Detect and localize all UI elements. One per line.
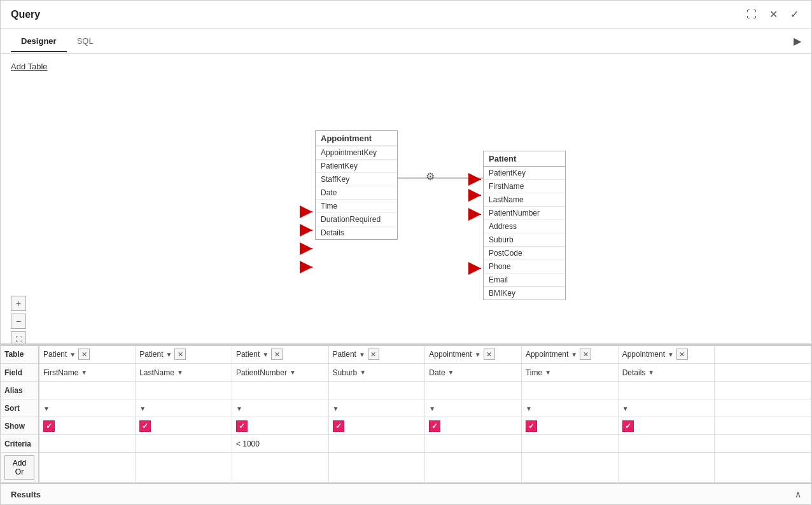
patient-table: Patient PatientKey FirstName LastName Pa… (483, 151, 566, 300)
add-table-button[interactable]: Add Table (11, 62, 48, 71)
col-1-field-dropdown[interactable]: ▼ (81, 369, 87, 376)
col-4-sort-dropdown[interactable]: ▼ (333, 405, 339, 412)
col-1-table-dropdown[interactable]: ▼ (69, 351, 76, 358)
col-1-sort-dropdown[interactable]: ▼ (43, 405, 50, 412)
col-5-table-dropdown[interactable]: ▼ (475, 351, 481, 358)
patient-row-firstname: FirstName (484, 180, 565, 193)
patient-row-postcode: PostCode (484, 247, 565, 260)
col-2-sort-dropdown[interactable]: ▼ (139, 405, 146, 412)
results-collapse-icon[interactable]: ∧ (795, 489, 801, 499)
col-4-field: Suburb ▼ (328, 364, 425, 382)
confirm-icon[interactable]: ✓ (788, 7, 801, 22)
col-1-remove-button[interactable]: ✕ (78, 349, 90, 360)
tabs-bar: Designer SQL ▶ (1, 29, 811, 54)
col-7-show-checkbox[interactable] (622, 420, 634, 432)
col-5-field: Date ▼ (425, 364, 522, 382)
close-icon[interactable]: ✕ (767, 7, 780, 22)
col-6-table-dropdown[interactable]: ▼ (571, 351, 577, 358)
results-bar[interactable]: Results ∧ (1, 483, 811, 504)
col-3-table: Patient ▼ ✕ (232, 346, 328, 364)
zoom-in-button[interactable]: + (11, 296, 26, 311)
col-7-table-dropdown[interactable]: ▼ (668, 351, 674, 358)
table-row-label: Table (1, 346, 39, 364)
fullscreen-icon[interactable]: ⛶ (744, 8, 759, 22)
tab-group: Designer SQL (11, 31, 104, 51)
patient-row-lastname: LastName (484, 193, 565, 207)
query-window: Query ⛶ ✕ ✓ Designer SQL ▶ (0, 0, 812, 505)
col-5-remove-button[interactable]: ✕ (484, 349, 495, 360)
col-3-show-checkbox[interactable] (236, 420, 248, 432)
col-6-field: Time ▼ (521, 364, 618, 382)
patient-row-address: Address (484, 220, 565, 233)
col-1-show-checkbox[interactable] (43, 420, 55, 432)
criteria-row: Criteria < 1000 (1, 435, 811, 453)
patient-table-header: Patient (484, 151, 565, 167)
query-grid: Table Patient ▼ ✕ Patient ▼ ✕ (1, 346, 811, 483)
results-label: Results (11, 490, 41, 499)
col-3-field: PatientNumber ▼ (232, 364, 328, 382)
col-4-field-dropdown[interactable]: ▼ (360, 369, 366, 376)
tab-designer[interactable]: Designer (11, 31, 67, 52)
alias-row-label: Alias (1, 382, 39, 399)
col-1-table-select: Patient ▼ ✕ (43, 349, 131, 360)
col-7-field-dropdown[interactable]: ▼ (648, 369, 654, 376)
col-3-table-dropdown[interactable]: ▼ (262, 351, 269, 358)
sort-row: Sort ▼ ▼ ▼ ▼ ▼ (1, 399, 811, 417)
run-button[interactable]: ▶ (794, 35, 801, 47)
col-2-field-dropdown[interactable]: ▼ (177, 369, 183, 376)
designer-canvas: Add Table Appointment AppointmentKey Pat… (1, 54, 811, 345)
col-6-table: Appointment ▼ ✕ (521, 346, 618, 364)
col-6-sort-dropdown[interactable]: ▼ (526, 405, 532, 412)
col-2-field: LastName ▼ (136, 364, 232, 382)
col-3-criteria[interactable]: < 1000 (232, 435, 328, 453)
col-4-table-dropdown[interactable]: ▼ (359, 351, 365, 358)
patient-row-patientnumber: PatientNumber (484, 207, 565, 220)
appointment-row-key: AppointmentKey (316, 146, 397, 160)
col-3-remove-button[interactable]: ✕ (271, 349, 283, 360)
svg-marker-5 (300, 242, 312, 255)
svg-marker-1 (300, 205, 312, 218)
col-2-remove-button[interactable]: ✕ (174, 349, 186, 360)
col-7-remove-button[interactable]: ✕ (676, 349, 688, 360)
join-gear-icon[interactable]: ⚙ (426, 170, 435, 183)
patient-row-key: PatientKey (484, 167, 565, 180)
col-1-field: FirstName ▼ (39, 364, 136, 382)
zoom-out-button[interactable]: − (11, 314, 26, 329)
field-row-label: Field (1, 364, 39, 382)
appointment-row-details: Details (316, 226, 397, 239)
field-row: Field FirstName ▼ LastName ▼ (1, 364, 811, 382)
tab-sql[interactable]: SQL (67, 31, 104, 52)
col-6-show-checkbox[interactable] (526, 420, 537, 432)
patient-row-bmikey: BMIKey (484, 287, 565, 300)
add-or-button[interactable]: Add Or (4, 455, 34, 480)
window-title: Query (11, 9, 40, 20)
col-5-sort-dropdown[interactable]: ▼ (429, 405, 435, 412)
title-bar-actions: ⛶ ✕ ✓ (744, 7, 801, 22)
grid-section: Table Patient ▼ ✕ Patient ▼ ✕ (1, 345, 811, 483)
col-6-remove-button[interactable]: ✕ (580, 349, 591, 360)
main-area: Add Table Appointment AppointmentKey Pat… (1, 54, 811, 504)
col-7-field: Details ▼ (618, 364, 715, 382)
appointment-table-header: Appointment (316, 131, 397, 146)
col-5-show-checkbox[interactable] (429, 420, 440, 432)
col-2-show-checkbox[interactable] (139, 420, 151, 432)
canvas-connections (1, 54, 811, 343)
col-5-field-dropdown[interactable]: ▼ (448, 369, 454, 376)
svg-marker-11 (468, 189, 481, 202)
col-3-field-dropdown[interactable]: ▼ (290, 369, 296, 376)
title-bar: Query ⛶ ✕ ✓ (1, 1, 811, 29)
col-3-sort-dropdown[interactable]: ▼ (236, 405, 242, 412)
svg-marker-3 (300, 224, 312, 237)
svg-marker-9 (468, 173, 481, 186)
col-4-remove-button[interactable]: ✕ (368, 349, 379, 360)
col-7-sort-dropdown[interactable]: ▼ (622, 405, 629, 412)
svg-marker-7 (300, 261, 312, 273)
col-4-show-checkbox[interactable] (333, 420, 344, 432)
col-2-table: Patient ▼ ✕ (136, 346, 232, 364)
alias-row: Alias (1, 382, 811, 399)
col-2-table-dropdown[interactable]: ▼ (166, 351, 172, 358)
zoom-fit-button[interactable]: ⛶ (11, 331, 26, 345)
col-6-field-dropdown[interactable]: ▼ (545, 369, 551, 376)
col-4-table: Patient ▼ ✕ (328, 346, 425, 364)
show-row: Show (1, 417, 811, 435)
